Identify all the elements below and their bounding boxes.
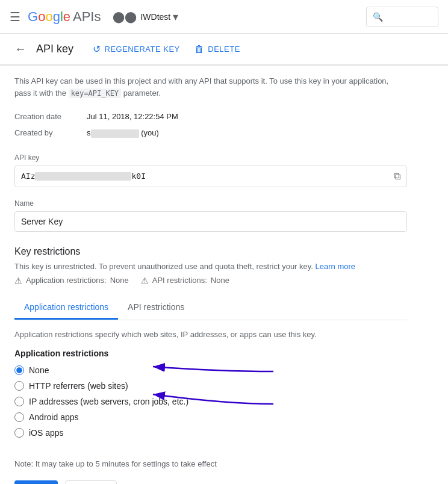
api-key-redacted bbox=[35, 172, 131, 181]
learn-more-link[interactable]: Learn more bbox=[316, 262, 355, 271]
copy-icon[interactable]: ⧉ bbox=[394, 171, 400, 182]
action-buttons: Save Cancel bbox=[14, 480, 407, 484]
regenerate-icon: ↺ bbox=[93, 43, 101, 55]
apis-label: APIs bbox=[73, 9, 101, 25]
info-grid: Creation date Jul 11, 2018, 12:22:54 PM … bbox=[14, 108, 407, 141]
created-by-value: s (you) bbox=[87, 128, 159, 138]
search-icon: 🔍 bbox=[373, 12, 383, 22]
api-key-value: AIzk0I bbox=[21, 172, 394, 181]
radio-ip-label: IP addresses (web servers, cron jobs, et… bbox=[29, 397, 188, 406]
radio-ip[interactable]: IP addresses (web servers, cron jobs, et… bbox=[14, 397, 407, 406]
key-restrictions-section: Key restrictions This key is unrestricte… bbox=[14, 246, 407, 285]
radio-http-label: HTTP referrers (web sites) bbox=[29, 381, 128, 391]
save-button[interactable]: Save bbox=[14, 480, 58, 484]
redacted-name bbox=[91, 129, 139, 138]
app-header: ☰ Google APIs ⬤⬤ IWDtest ▾ 🔍 bbox=[0, 0, 448, 34]
radio-ip-input[interactable] bbox=[14, 397, 24, 406]
radio-ios-input[interactable] bbox=[14, 428, 24, 438]
app-restriction-label: Application restrictions: bbox=[26, 276, 107, 285]
radio-group: None HTTP referrers (web sites) IP addre… bbox=[14, 365, 407, 438]
api-key-label: API key bbox=[14, 154, 407, 162]
page-title: API key bbox=[36, 43, 73, 55]
main-content: This API key can be used in this project… bbox=[0, 66, 422, 484]
delete-button[interactable]: 🗑 DELETE bbox=[194, 44, 240, 55]
radio-ios[interactable]: iOS apps bbox=[14, 428, 407, 438]
chevron-down-icon: ▾ bbox=[173, 10, 178, 23]
name-section: Name bbox=[14, 199, 407, 232]
api-restriction-badge: ⚠ API restrictions: None bbox=[141, 276, 229, 285]
creation-date-value: Jul 11, 2018, 12:22:54 PM bbox=[87, 112, 178, 121]
project-dots-icon: ⬤⬤ bbox=[113, 10, 137, 23]
subheader: ← API key ↺ REGENERATE KEY 🗑 DELETE bbox=[0, 34, 448, 65]
api-key-description: This API key can be used in this project… bbox=[14, 75, 407, 99]
google-logo: Google bbox=[28, 9, 70, 25]
app-restriction-badge: ⚠ Application restrictions: None bbox=[14, 276, 129, 285]
created-by-label: Created by bbox=[14, 128, 87, 138]
restriction-warning: This key is unrestricted. To prevent una… bbox=[14, 262, 407, 271]
radio-android[interactable]: Android apps bbox=[14, 412, 407, 422]
code-param: key=API_KEY bbox=[69, 88, 121, 98]
radio-ios-label: iOS apps bbox=[29, 428, 64, 438]
radio-http[interactable]: HTTP referrers (web sites) bbox=[14, 381, 407, 391]
app-restrictions-description: Application restrictions specify which w… bbox=[14, 330, 407, 339]
api-warning-icon: ⚠ bbox=[141, 276, 149, 285]
radio-android-label: Android apps bbox=[29, 412, 79, 422]
name-label: Name bbox=[14, 199, 407, 208]
restriction-tabs: Application restrictions API restriction… bbox=[14, 295, 407, 320]
delete-icon: 🗑 bbox=[194, 44, 205, 55]
app-restriction-value: None bbox=[110, 276, 129, 285]
tab-application-restrictions[interactable]: Application restrictions bbox=[14, 295, 118, 320]
creation-date-row: Creation date Jul 11, 2018, 12:22:54 PM bbox=[14, 108, 407, 125]
created-by-row: Created by s (you) bbox=[14, 125, 407, 141]
back-button[interactable]: ← bbox=[14, 42, 26, 56]
name-input[interactable] bbox=[14, 211, 407, 232]
api-restriction-value: None bbox=[211, 276, 229, 285]
cancel-button[interactable]: Cancel bbox=[65, 480, 117, 484]
radio-http-input[interactable] bbox=[14, 381, 24, 391]
radio-none[interactable]: None bbox=[14, 365, 407, 375]
creation-date-label: Creation date bbox=[14, 112, 87, 121]
search-button[interactable]: 🔍 bbox=[366, 7, 438, 27]
api-key-section: API key AIzk0I ⧉ bbox=[14, 154, 407, 187]
tab-api-restrictions[interactable]: API restrictions bbox=[118, 295, 194, 320]
app-restrictions-tab-content: Application restrictions specify which w… bbox=[14, 320, 407, 447]
note-text: Note: It may take up to 5 minutes for se… bbox=[14, 459, 407, 468]
app-restrictions-subtitle: Application restrictions bbox=[14, 349, 407, 358]
radio-group-container: None HTTP referrers (web sites) IP addre… bbox=[14, 365, 407, 438]
regenerate-key-button[interactable]: ↺ REGENERATE KEY bbox=[93, 43, 180, 55]
api-restriction-label: API restrictions: bbox=[152, 276, 207, 285]
radio-android-input[interactable] bbox=[14, 412, 24, 422]
project-name: IWDtest bbox=[140, 12, 170, 22]
api-key-input-row: AIzk0I ⧉ bbox=[14, 166, 407, 187]
app-warning-icon: ⚠ bbox=[14, 276, 22, 285]
project-selector[interactable]: ⬤⬤ IWDtest ▾ bbox=[113, 10, 178, 23]
radio-none-input[interactable] bbox=[14, 365, 24, 375]
key-restrictions-title: Key restrictions bbox=[14, 246, 407, 257]
menu-icon[interactable]: ☰ bbox=[10, 10, 20, 24]
radio-none-label: None bbox=[29, 365, 49, 375]
restriction-status: ⚠ Application restrictions: None ⚠ API r… bbox=[14, 276, 407, 285]
